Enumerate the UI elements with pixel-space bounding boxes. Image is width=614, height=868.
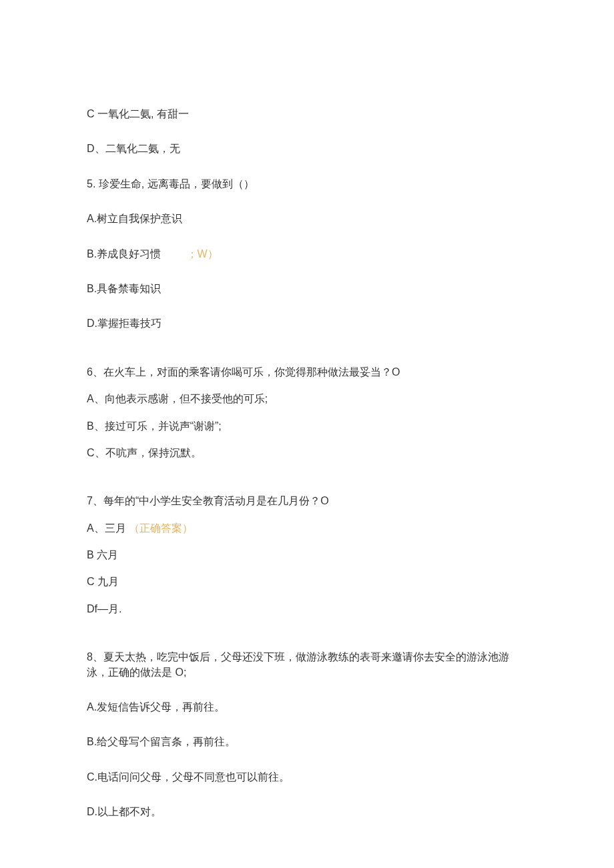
q8-option-c: C.电话问问父母，父母不同意也可以前往。: [87, 770, 527, 785]
q7-option-d: Df—月.: [87, 602, 527, 616]
q5-option-b-text: B.养成良好习惯: [87, 248, 161, 260]
q5-option-b2: B.具备禁毒知识: [87, 282, 527, 296]
q5-stem: 5. 珍爱生命, 远离毒品，要做到（）: [87, 177, 527, 191]
q7-stem: 7、每年的“中小学生安全教育活动月是在几月份？O: [87, 494, 527, 508]
q7-option-a-line: A、三月 （正确答案）: [87, 521, 527, 536]
q5-option-b-annotation: ；W）: [187, 248, 218, 260]
q7-option-a-text: A、三月: [87, 522, 126, 534]
q5-option-b-line: B.养成良好习惯 ；W）: [87, 247, 527, 262]
q6-stem: 6、在火车上，对面的乘客请你喝可乐，你觉得那种做法最妥当？O: [87, 365, 527, 380]
q6-option-c: C、不吭声，保持沉默。: [87, 446, 527, 460]
q4-option-c: C 一氧化二氨, 有甜一: [87, 107, 527, 121]
q6-option-a: A、向他表示感谢，但不接受他的可乐;: [87, 392, 527, 406]
q8-option-b: B.给父母写个留言条，再前往。: [87, 735, 527, 749]
q5-option-a: A.树立自我保护意识: [87, 211, 527, 226]
q7-correct-answer-label: （正确答案）: [129, 522, 193, 534]
q6-option-b: B、接过可乐，并说声“谢谢”;: [87, 419, 527, 434]
q4-option-d: D、二氧化二氨，无: [87, 141, 527, 156]
document-page: C 一氧化二氨, 有甜一 D、二氧化二氨，无 5. 珍爱生命, 远离毒品，要做到…: [0, 0, 614, 868]
q7-option-c: C 九月: [87, 574, 527, 589]
q8-option-d: D.以上都不对。: [87, 805, 527, 819]
q7-option-b: B 六月: [87, 548, 527, 562]
q8-option-a: A.发短信告诉父母，再前往。: [87, 700, 527, 715]
q5-option-d: D.掌握拒毒技巧: [87, 316, 527, 331]
q8-stem: 8、夏天太热，吃完中饭后，父母还没下班，做游泳教练的表哥来邀请你去安全的游泳池游…: [87, 650, 527, 680]
